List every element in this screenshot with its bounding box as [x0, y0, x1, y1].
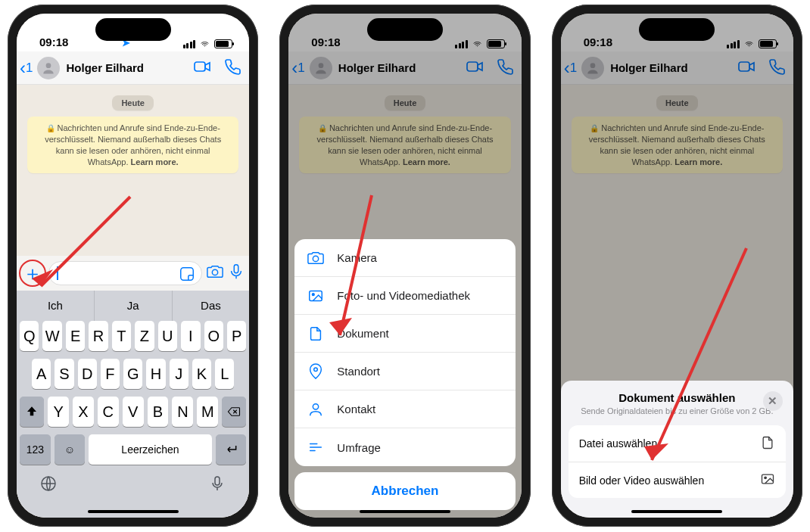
contact-name[interactable]: Holger Eilhard: [338, 61, 453, 74]
voice-call-button[interactable]: [496, 58, 514, 79]
avatar[interactable]: [37, 57, 60, 79]
key-o[interactable]: O: [204, 321, 223, 351]
contact-name[interactable]: Holger Eilhard: [66, 61, 181, 74]
svg-point-11: [313, 293, 315, 295]
key-j[interactable]: J: [170, 359, 188, 389]
status-time: 09:18: [584, 36, 612, 48]
key-v[interactable]: V: [123, 397, 144, 427]
return-key[interactable]: [216, 434, 247, 465]
svg-point-18: [765, 477, 767, 479]
key-l[interactable]: L: [215, 359, 234, 389]
key-t[interactable]: T: [112, 321, 131, 351]
key-r[interactable]: R: [89, 321, 107, 351]
video-call-button[interactable]: [193, 58, 211, 79]
key-u[interactable]: U: [158, 321, 177, 351]
key-g[interactable]: G: [123, 359, 142, 389]
key-s[interactable]: S: [55, 359, 73, 389]
svg-rect-17: [762, 474, 773, 484]
attach-location-row[interactable]: Standort: [294, 353, 515, 390]
cellular-icon: [183, 40, 196, 48]
key-n[interactable]: N: [172, 397, 193, 427]
key-e[interactable]: E: [66, 321, 85, 351]
attach-label: Kontakt: [337, 403, 375, 415]
avatar[interactable]: [310, 57, 332, 79]
suggestion-2[interactable]: Ja: [94, 291, 172, 321]
date-pill: Heute: [656, 95, 698, 110]
sticker-button[interactable]: [179, 266, 195, 285]
video-call-button[interactable]: [737, 58, 755, 79]
choose-media-row[interactable]: Bild oder Video auswählen: [569, 462, 786, 498]
shift-key[interactable]: [20, 397, 44, 427]
key-y[interactable]: Y: [48, 397, 69, 427]
status-time: 09:18: [39, 36, 68, 48]
cellular-icon: [727, 40, 740, 48]
back-button[interactable]: ‹1: [291, 59, 304, 77]
text-cursor: [57, 266, 58, 280]
key-b[interactable]: B: [148, 397, 169, 427]
dynamic-island: [639, 18, 715, 41]
svg-rect-16: [739, 62, 749, 71]
battery-icon: [759, 39, 777, 48]
svg-rect-10: [310, 291, 322, 300]
wifi-icon: [199, 40, 210, 48]
voice-call-button[interactable]: [768, 58, 786, 79]
message-input[interactable]: [48, 261, 202, 285]
wifi-icon: [743, 40, 755, 48]
key-q[interactable]: Q: [20, 321, 39, 351]
key-i[interactable]: I: [181, 321, 200, 351]
video-call-button[interactable]: [466, 58, 484, 79]
delete-key[interactable]: [222, 397, 246, 427]
key-f[interactable]: F: [101, 359, 120, 389]
attach-label: Umfrage: [337, 441, 381, 454]
voice-call-button[interactable]: [223, 58, 241, 79]
choose-file-row[interactable]: Datei auswählen: [569, 425, 786, 462]
photos-icon: [307, 287, 325, 305]
camera-input-button[interactable]: [207, 263, 223, 283]
contact-name[interactable]: Holger Eilhard: [610, 61, 725, 74]
choose-file-label: Datei auswählen: [579, 437, 658, 450]
space-key[interactable]: Leerzeichen: [89, 434, 211, 465]
chevron-left-icon: ‹: [564, 59, 570, 77]
keyboard-suggestions[interactable]: Ich Ja Das: [17, 291, 249, 321]
back-button[interactable]: ‹1: [20, 59, 33, 77]
globe-key[interactable]: [39, 474, 58, 493]
key-a[interactable]: A: [32, 359, 51, 389]
home-indicator[interactable]: [631, 510, 722, 513]
numbers-key[interactable]: 123: [20, 434, 51, 465]
attach-label: Dokument: [337, 327, 388, 340]
attach-photos-row[interactable]: Foto- und Videomediathek: [294, 277, 515, 315]
date-pill: Heute: [112, 95, 154, 110]
suggestion-3[interactable]: Das: [172, 291, 250, 321]
media-icon: [760, 471, 775, 489]
key-z[interactable]: Z: [135, 321, 154, 351]
back-button[interactable]: ‹1: [564, 59, 577, 77]
key-p[interactable]: P: [227, 321, 246, 351]
lock-icon: 🔒: [46, 124, 55, 132]
home-indicator[interactable]: [88, 510, 179, 513]
sheet-title: Dokument auswählen: [569, 391, 786, 404]
document-icon: [760, 435, 775, 453]
encryption-notice[interactable]: 🔒 Nachrichten und Anrufe sind Ende-zu-En…: [27, 117, 238, 173]
attach-document-row[interactable]: Dokument: [294, 315, 515, 353]
key-h[interactable]: H: [146, 359, 165, 389]
close-button[interactable]: ✕: [763, 391, 783, 411]
attach-contact-row[interactable]: Kontakt: [294, 390, 515, 428]
key-w[interactable]: W: [42, 321, 61, 351]
home-indicator[interactable]: [360, 510, 450, 513]
suggestion-1[interactable]: Ich: [17, 291, 94, 321]
avatar[interactable]: [581, 57, 604, 79]
key-d[interactable]: D: [78, 359, 97, 389]
choose-media-label: Bild oder Video auswählen: [579, 474, 705, 487]
key-m[interactable]: M: [197, 397, 218, 427]
date-pill: Heute: [385, 95, 426, 110]
attach-poll-row[interactable]: Umfrage: [294, 428, 515, 466]
key-c[interactable]: C: [98, 397, 119, 427]
cancel-button[interactable]: Abbrechen: [294, 472, 515, 510]
mic-input-button[interactable]: [228, 263, 245, 283]
key-x[interactable]: X: [73, 397, 94, 427]
dictation-key[interactable]: [208, 474, 226, 493]
keyboard[interactable]: Ich Ja Das QWERTZUIOP ASDFGHJKL YXCVBNM …: [17, 291, 249, 518]
emoji-key[interactable]: ☺: [55, 434, 86, 465]
attach-camera-row[interactable]: Kamera: [294, 239, 515, 277]
key-k[interactable]: K: [192, 359, 211, 389]
